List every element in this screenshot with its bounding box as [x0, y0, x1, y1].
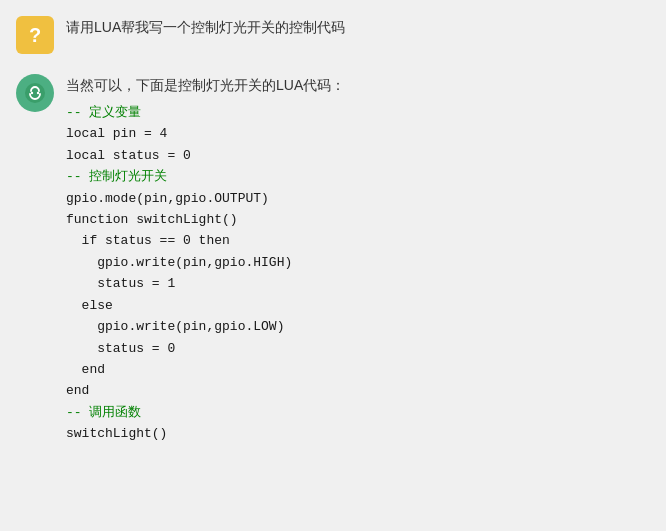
code-line: if status == 0 then: [66, 230, 650, 251]
code-line: local status = 0: [66, 145, 650, 166]
code-line: gpio.write(pin,gpio.HIGH): [66, 252, 650, 273]
code-block: -- 定义变量local pin = 4local status = 0-- 控…: [66, 102, 650, 445]
svg-point-1: [31, 92, 33, 94]
code-line: function switchLight(): [66, 209, 650, 230]
code-line: end: [66, 380, 650, 401]
bot-message-content: 当然可以，下面是控制灯光开关的LUA代码： -- 定义变量local pin =…: [66, 74, 650, 445]
code-line: end: [66, 359, 650, 380]
code-line: else: [66, 295, 650, 316]
code-line: status = 1: [66, 273, 650, 294]
code-line: -- 调用函数: [66, 402, 650, 423]
svg-point-2: [37, 92, 39, 94]
user-question-text: 请用LUA帮我写一个控制灯光开关的控制代码: [66, 16, 650, 40]
bot-avatar-icon: [23, 81, 47, 105]
bot-message-row: 当然可以，下面是控制灯光开关的LUA代码： -- 定义变量local pin =…: [16, 74, 650, 445]
bot-avatar: [16, 74, 54, 112]
code-line: local pin = 4: [66, 123, 650, 144]
bot-intro-text: 当然可以，下面是控制灯光开关的LUA代码：: [66, 74, 650, 98]
code-line: gpio.mode(pin,gpio.OUTPUT): [66, 188, 650, 209]
code-line: status = 0: [66, 338, 650, 359]
user-avatar: ?: [16, 16, 54, 54]
code-line: -- 定义变量: [66, 102, 650, 123]
svg-point-0: [25, 83, 45, 103]
code-line: -- 控制灯光开关: [66, 166, 650, 187]
code-line: switchLight(): [66, 423, 650, 444]
user-message-content: 请用LUA帮我写一个控制灯光开关的控制代码: [66, 16, 650, 42]
chat-container: ? 请用LUA帮我写一个控制灯光开关的控制代码 当然可以，下面是控制灯光开关的L…: [0, 0, 666, 461]
user-message-row: ? 请用LUA帮我写一个控制灯光开关的控制代码: [16, 16, 650, 54]
code-line: gpio.write(pin,gpio.LOW): [66, 316, 650, 337]
